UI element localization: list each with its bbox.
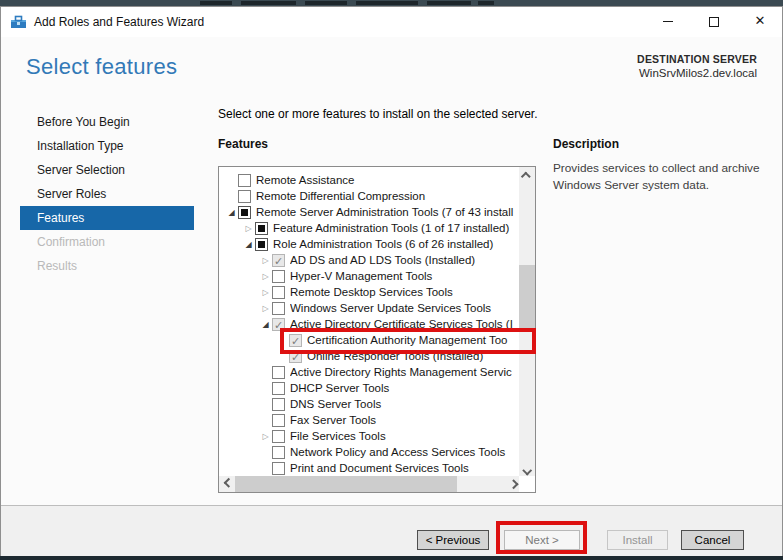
- tree-item[interactable]: Fax Server Tools: [219, 412, 519, 428]
- tree-item-label[interactable]: DNS Server Tools: [290, 398, 519, 410]
- checkbox-unchecked[interactable]: [272, 302, 285, 315]
- scroll-left-button[interactable]: [219, 476, 235, 492]
- tree-item[interactable]: ◢Remote Server Administration Tools (7 o…: [219, 204, 519, 220]
- tree-item-label[interactable]: Feature Administration Tools (1 of 17 in…: [273, 222, 519, 234]
- sidebar-item-features[interactable]: Features: [20, 206, 194, 230]
- tree-item-label[interactable]: Role Administration Tools (6 of 26 insta…: [273, 238, 519, 250]
- checkbox-installed[interactable]: ✓: [272, 254, 285, 267]
- checkbox-unchecked[interactable]: [238, 174, 251, 187]
- instruction-text: Select one or more features to install o…: [218, 107, 538, 121]
- install-button: Install: [607, 530, 668, 550]
- checkbox-unchecked[interactable]: [272, 286, 285, 299]
- tree-item-label[interactable]: Hyper-V Management Tools: [290, 270, 519, 282]
- checkbox-partial[interactable]: [255, 222, 268, 235]
- annotation-box-next-button: [496, 521, 587, 554]
- annotation-box-certification-row: [280, 328, 536, 354]
- checkbox-unchecked[interactable]: [272, 462, 285, 475]
- chevron-up-icon: [521, 172, 531, 182]
- screen: Add Roles and Features Wizard ✕ Select f…: [0, 0, 783, 560]
- expander-collapsed-icon[interactable]: ▷: [259, 286, 272, 299]
- tree-item-label[interactable]: Remote Differential Compression: [256, 190, 519, 202]
- vertical-scrollbar[interactable]: [519, 167, 535, 477]
- tree-item-label[interactable]: Remote Desktop Services Tools: [290, 286, 519, 298]
- chevron-right-icon: [509, 479, 519, 489]
- minimize-button[interactable]: [645, 6, 691, 36]
- expander-collapsed-icon[interactable]: ▷: [259, 254, 272, 267]
- tree-item[interactable]: Remote Differential Compression: [219, 188, 519, 204]
- checkbox-partial[interactable]: [238, 206, 251, 219]
- checkbox-unchecked[interactable]: [272, 382, 285, 395]
- scroll-up-button[interactable]: [519, 167, 535, 183]
- tree-item[interactable]: ▷Windows Server Update Services Tools: [219, 300, 519, 316]
- tree-item-label[interactable]: Remote Server Administration Tools (7 of…: [256, 206, 519, 218]
- tree-item[interactable]: DHCP Server Tools: [219, 380, 519, 396]
- checkbox-unchecked[interactable]: [272, 398, 285, 411]
- tree-item-label[interactable]: DHCP Server Tools: [290, 382, 519, 394]
- tree-item[interactable]: ▷Remote Desktop Services Tools: [219, 284, 519, 300]
- cancel-button[interactable]: Cancel: [681, 530, 744, 550]
- tree-item[interactable]: ▷File Services Tools: [219, 428, 519, 444]
- tree-item[interactable]: Network Policy and Access Services Tools: [219, 444, 519, 460]
- tree-item-label[interactable]: Remote Assistance: [256, 174, 519, 186]
- checkbox-unchecked[interactable]: [272, 414, 285, 427]
- sidebar-item-results: Results: [20, 254, 194, 278]
- tree-item[interactable]: ▷Hyper-V Management Tools: [219, 268, 519, 284]
- tree-item[interactable]: ◢Role Administration Tools (6 of 26 inst…: [219, 236, 519, 252]
- chevron-left-icon: [224, 478, 234, 488]
- checkbox-unchecked[interactable]: [272, 446, 285, 459]
- vertical-scroll-thumb[interactable]: [519, 265, 535, 330]
- tree-item-label[interactable]: Print and Document Services Tools: [290, 462, 519, 474]
- sidebar-item-server-selection[interactable]: Server Selection: [20, 158, 194, 182]
- page-title: Select features: [26, 54, 177, 80]
- expander-expanded-icon[interactable]: ◢: [242, 238, 255, 251]
- features-tree: Remote AssistanceRemote Differential Com…: [219, 167, 519, 476]
- expander-collapsed-icon[interactable]: ▷: [259, 270, 272, 283]
- scroll-down-button[interactable]: [519, 461, 535, 477]
- horizontal-scroll-thumb[interactable]: [235, 476, 457, 492]
- tree-item[interactable]: Print and Document Services Tools: [219, 460, 519, 476]
- tree-item-label[interactable]: File Services Tools: [290, 430, 519, 442]
- chevron-down-icon: [522, 466, 532, 476]
- expander-collapsed-icon[interactable]: ▷: [259, 430, 272, 443]
- tree-item-label[interactable]: Fax Server Tools: [290, 414, 519, 426]
- close-button[interactable]: ✕: [737, 6, 783, 36]
- checkbox-unchecked[interactable]: [272, 270, 285, 283]
- expander-collapsed-icon[interactable]: ▷: [259, 302, 272, 315]
- destination-server-label: DESTINATION SERVER: [637, 53, 757, 65]
- close-icon: ✕: [755, 13, 766, 28]
- maximize-button[interactable]: [691, 6, 737, 36]
- tree-item-label[interactable]: Network Policy and Access Services Tools: [290, 446, 519, 458]
- tree-item-label[interactable]: Active Directory Rights Management Servi…: [290, 366, 519, 378]
- sidebar-item-confirmation: Confirmation: [20, 230, 194, 254]
- checkbox-unchecked[interactable]: [238, 190, 251, 203]
- tree-item[interactable]: ▷Feature Administration Tools (1 of 17 i…: [219, 220, 519, 236]
- checkbox-unchecked[interactable]: [272, 430, 285, 443]
- destination-server-block: DESTINATION SERVER WinSrvMilos2.dev.loca…: [637, 53, 757, 79]
- tree-item[interactable]: Active Directory Rights Management Servi…: [219, 364, 519, 380]
- sidebar-item-installation-type[interactable]: Installation Type: [20, 134, 194, 158]
- expander-expanded-icon[interactable]: ◢: [259, 318, 272, 331]
- checkbox-partial[interactable]: [255, 238, 268, 251]
- tree-item[interactable]: DNS Server Tools: [219, 396, 519, 412]
- background-window-bottom-edge: [0, 556, 783, 560]
- expander-collapsed-icon[interactable]: ▷: [242, 222, 255, 235]
- checkbox-unchecked[interactable]: [272, 366, 285, 379]
- previous-button[interactable]: < Previous: [417, 530, 489, 550]
- sidebar-item-before-you-begin[interactable]: Before You Begin: [20, 110, 194, 134]
- description-text: Provides services to collect and archive…: [553, 160, 766, 194]
- maximize-icon: [709, 17, 719, 27]
- window-title: Add Roles and Features Wizard: [34, 7, 204, 37]
- horizontal-scrollbar[interactable]: [219, 476, 520, 492]
- features-list-label: Features: [218, 137, 268, 151]
- description-title: Description: [553, 137, 619, 151]
- tree-item-label[interactable]: AD DS and AD LDS Tools (Installed): [290, 254, 519, 266]
- scroll-right-button[interactable]: [504, 476, 520, 492]
- tree-item[interactable]: ▷✓AD DS and AD LDS Tools (Installed): [219, 252, 519, 268]
- tree-item-label[interactable]: Windows Server Update Services Tools: [290, 302, 519, 314]
- tree-item[interactable]: Remote Assistance: [219, 172, 519, 188]
- wizard-icon: [10, 13, 27, 30]
- sidebar-item-server-roles[interactable]: Server Roles: [20, 182, 194, 206]
- destination-server-name: WinSrvMilos2.dev.local: [637, 67, 757, 79]
- wizard-nav-sidebar: Before You BeginInstallation TypeServer …: [20, 110, 194, 278]
- expander-expanded-icon[interactable]: ◢: [225, 206, 238, 219]
